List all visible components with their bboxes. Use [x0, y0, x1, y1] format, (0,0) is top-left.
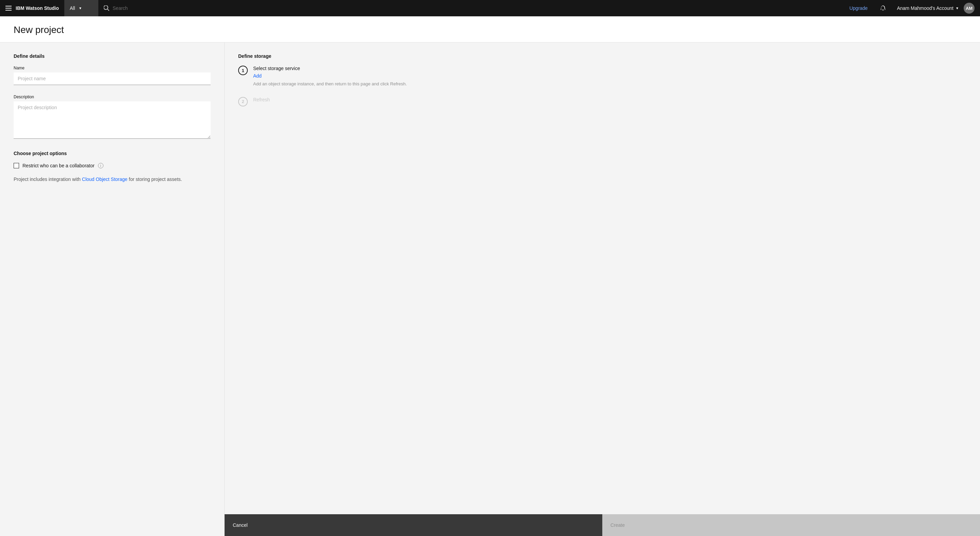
- brand-bold: Watson Studio: [26, 5, 59, 11]
- svg-rect-1: [5, 8, 11, 8]
- integration-text-post: for storing project assets.: [127, 176, 182, 182]
- main-content: Define details Name Description Choose p…: [0, 43, 980, 536]
- project-description-input[interactable]: [14, 101, 211, 139]
- step1-circle: 1: [238, 66, 248, 75]
- step1-row: 1 Select storage service Add Add an obje…: [238, 66, 966, 87]
- header-right-area: Upgrade Anam Mahmood's Account ▾ AM: [843, 0, 980, 16]
- search-icon: [104, 5, 109, 11]
- page-title-bar: New project: [0, 16, 980, 43]
- integration-text-pre: Project includes integration with: [14, 176, 82, 182]
- step1-heading: Select storage service: [253, 66, 966, 71]
- account-chevron-icon: ▾: [956, 6, 958, 11]
- footer-buttons: Cancel Create: [224, 514, 980, 536]
- project-name-input[interactable]: [14, 73, 211, 85]
- brand-plain: IBM: [16, 5, 26, 11]
- name-label: Name: [14, 66, 211, 70]
- define-storage-heading: Define storage: [238, 53, 966, 59]
- restrict-collaborator-checkbox[interactable]: [14, 163, 19, 168]
- step1-hint: Add an object storage instance, and then…: [253, 81, 417, 87]
- notification-bell-icon[interactable]: [875, 5, 891, 11]
- restrict-collaborator-row: Restrict who can be a collaborator i: [14, 163, 211, 168]
- define-details-heading: Define details: [14, 53, 211, 59]
- search-input[interactable]: [113, 5, 837, 11]
- app-brand: IBM Watson Studio: [16, 5, 64, 11]
- cancel-button[interactable]: Cancel: [224, 514, 602, 536]
- account-label: Anam Mahmood's Account: [897, 5, 953, 11]
- step2-content: Refresh: [253, 97, 966, 105]
- description-field-group: Description: [14, 95, 211, 140]
- chevron-down-icon: ▾: [79, 6, 81, 11]
- right-panel: Define storage 1 Select storage service …: [224, 43, 980, 536]
- step2-refresh-link[interactable]: Refresh: [253, 97, 966, 102]
- restrict-collaborator-label: Restrict who can be a collaborator: [22, 163, 95, 168]
- choose-options-heading: Choose project options: [14, 151, 211, 156]
- left-panel: Define details Name Description Choose p…: [0, 43, 224, 536]
- info-icon[interactable]: i: [98, 163, 103, 168]
- create-button[interactable]: Create: [602, 514, 980, 536]
- step1-add-link[interactable]: Add: [253, 73, 966, 79]
- page-title: New project: [14, 24, 966, 35]
- step2-row: 2 Refresh: [238, 97, 966, 106]
- step2-circle: 2: [238, 97, 248, 106]
- name-field-group: Name: [14, 66, 211, 86]
- search-bar: [98, 5, 843, 11]
- step1-content: Select storage service Add Add an object…: [253, 66, 966, 87]
- avatar: AM: [964, 3, 975, 14]
- svg-rect-0: [5, 6, 11, 6]
- svg-rect-2: [5, 10, 11, 11]
- app-header: IBM Watson Studio All ▾ Upgrade Anam Mah…: [0, 0, 980, 16]
- account-dropdown[interactable]: Anam Mahmood's Account ▾ AM: [891, 0, 980, 16]
- dropdown-label: All: [70, 5, 75, 11]
- menu-icon[interactable]: [5, 6, 16, 11]
- cloud-object-storage-link[interactable]: Cloud Object Storage: [82, 176, 127, 182]
- integration-text: Project includes integration with Cloud …: [14, 176, 211, 182]
- description-label: Description: [14, 95, 211, 99]
- scope-dropdown[interactable]: All ▾: [64, 0, 98, 16]
- upgrade-link[interactable]: Upgrade: [843, 5, 875, 11]
